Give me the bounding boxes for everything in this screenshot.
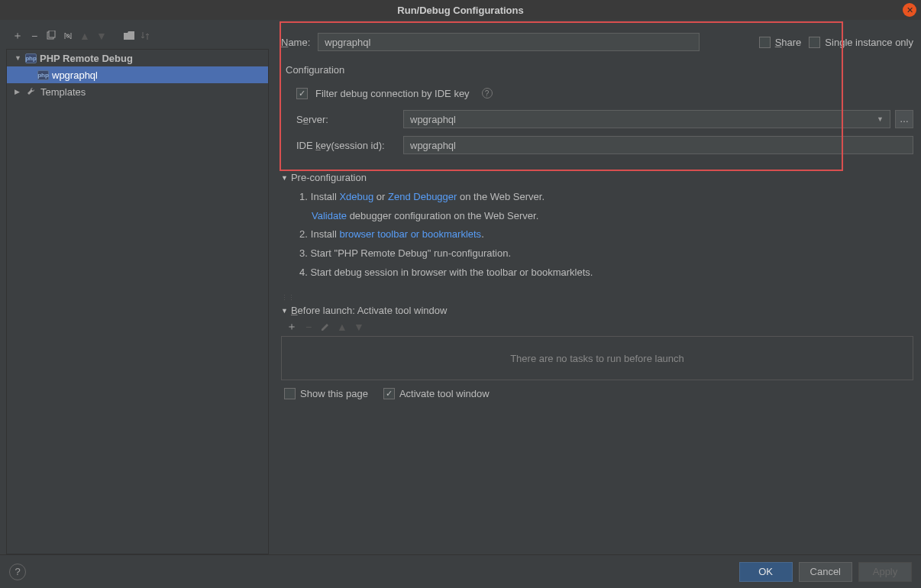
validate-link[interactable]: Validate xyxy=(312,210,347,221)
list-item: 2.Install browser toolbar or bookmarklet… xyxy=(299,225,913,244)
idekey-input[interactable] xyxy=(403,136,913,154)
empty-text: There are no tasks to run before launch xyxy=(510,353,684,364)
content: ＋ − ▲ ▼ ▼ php PHP Remote Debug xyxy=(0,20,921,554)
tree-label: wpgraphql xyxy=(52,69,98,81)
server-value: wpgraphql xyxy=(410,114,456,125)
ok-button[interactable]: OK xyxy=(739,562,793,582)
show-page-row[interactable]: Show this page xyxy=(284,388,368,399)
php-icon: php xyxy=(37,70,49,80)
tree-php-remote[interactable]: ▼ php PHP Remote Debug xyxy=(7,50,268,66)
before-launch-tasks: There are no tasks to run before launch xyxy=(281,336,913,380)
tree-templates[interactable]: ▶ Templates xyxy=(7,83,268,100)
preconfig-list: 1.Install Xdebug or Zend Debugger on the… xyxy=(299,188,913,282)
remove-icon: − xyxy=(302,321,315,333)
zend-link[interactable]: Zend Debugger xyxy=(388,191,457,202)
single-instance-checkbox[interactable] xyxy=(809,37,820,48)
down-icon: ▼ xyxy=(95,29,108,43)
list-item: 1.Install Xdebug or Zend Debugger on the… xyxy=(299,188,913,207)
cancel-button[interactable]: Cancel xyxy=(799,562,852,582)
xdebug-link[interactable]: Xdebug xyxy=(339,191,373,202)
right-panel: Name: Share Single instance only Configu… xyxy=(273,20,921,554)
svg-rect-1 xyxy=(49,31,55,37)
share-checkbox-row[interactable]: Share xyxy=(759,37,802,48)
sort-icon xyxy=(139,29,153,43)
single-instance-row[interactable]: Single instance only xyxy=(809,37,913,48)
close-icon[interactable]: ✕ xyxy=(903,3,916,17)
list-item: Validate debugger configuration on the W… xyxy=(299,207,913,226)
expand-icon: ▼ xyxy=(281,307,288,315)
folder-icon[interactable] xyxy=(122,29,136,43)
php-icon: php xyxy=(25,53,37,63)
toolbar-link[interactable]: browser toolbar or bookmarklets xyxy=(339,228,481,240)
edit-icon xyxy=(319,321,331,333)
titlebar: Run/Debug Configurations ✕ xyxy=(0,0,921,20)
list-item: 3. Start "PHP Remote Debug" run-configur… xyxy=(299,244,913,263)
filter-checkbox[interactable] xyxy=(296,88,308,99)
add-icon[interactable]: ＋ xyxy=(11,29,24,43)
down-icon: ▼ xyxy=(353,321,365,333)
up-icon: ▲ xyxy=(336,321,348,333)
up-icon: ▲ xyxy=(78,29,92,43)
expand-icon: ▶ xyxy=(15,88,22,95)
name-row: Name: Share Single instance only xyxy=(281,24,913,55)
server-row: Server: wpgraphql ▼ … xyxy=(296,108,913,131)
add-icon[interactable]: ＋ xyxy=(286,321,298,333)
expand-icon: ▼ xyxy=(15,54,22,62)
left-panel: ＋ − ▲ ▼ ▼ php PHP Remote Debug xyxy=(0,20,273,554)
share-label: Share xyxy=(775,37,802,48)
name-label: Name: xyxy=(281,37,310,48)
before-launch-header[interactable]: ▼ Before launch: Activate tool window xyxy=(281,305,913,316)
idekey-row: IDE key(session id): xyxy=(296,134,913,157)
activate-checkbox[interactable] xyxy=(383,388,395,399)
tree-toolbar: ＋ − ▲ ▼ xyxy=(0,26,273,49)
activate-row[interactable]: Activate tool window xyxy=(383,388,490,399)
filter-row: Filter debug connection by IDE key ? xyxy=(296,82,913,105)
before-launch-label: Before launch: Activate tool window xyxy=(291,305,448,316)
show-page-checkbox[interactable] xyxy=(284,388,296,399)
help-button[interactable]: ? xyxy=(9,564,26,580)
footer: ? OK Cancel Apply xyxy=(0,554,921,588)
expand-icon: ▼ xyxy=(281,174,288,182)
tree-wpgraphql[interactable]: php wpgraphql xyxy=(7,66,268,83)
bottom-checks: Show this page Activate tool window xyxy=(281,388,913,399)
configuration-header: Configuration xyxy=(286,64,913,76)
tree-label: Templates xyxy=(40,86,86,98)
activate-label: Activate tool window xyxy=(399,388,490,399)
tree-label: PHP Remote Debug xyxy=(40,53,133,64)
chevron-down-icon: ▼ xyxy=(877,115,884,123)
share-checkbox[interactable] xyxy=(759,37,771,48)
config-tree[interactable]: ▼ php PHP Remote Debug php wpgraphql ▶ T… xyxy=(6,49,269,554)
wrench-icon xyxy=(25,86,37,98)
show-page-label: Show this page xyxy=(300,388,368,399)
single-instance-label: Single instance only xyxy=(825,37,913,48)
settings-icon[interactable] xyxy=(61,29,75,43)
window-title: Run/Debug Configurations xyxy=(397,5,523,16)
idekey-label: IDE key(session id): xyxy=(296,140,396,151)
server-label: Server: xyxy=(296,114,396,125)
preconfig-header[interactable]: ▼ Pre-configuration xyxy=(281,172,913,183)
help-icon[interactable]: ? xyxy=(482,88,493,99)
preconfig-label: Pre-configuration xyxy=(291,172,367,183)
server-browse-button[interactable]: … xyxy=(895,110,913,128)
separator-grip[interactable]: ⋮⋮ xyxy=(281,294,295,302)
name-input[interactable] xyxy=(318,33,700,51)
filter-label: Filter debug connection by IDE key xyxy=(315,88,470,99)
remove-icon[interactable]: − xyxy=(27,29,41,43)
copy-icon[interactable] xyxy=(44,29,58,43)
server-select[interactable]: wpgraphql ▼ xyxy=(403,110,890,128)
before-launch-toolbar: ＋ − ▲ ▼ xyxy=(286,321,913,333)
apply-button: Apply xyxy=(858,562,912,582)
list-item: 4. Start debug session in browser with t… xyxy=(299,263,913,283)
